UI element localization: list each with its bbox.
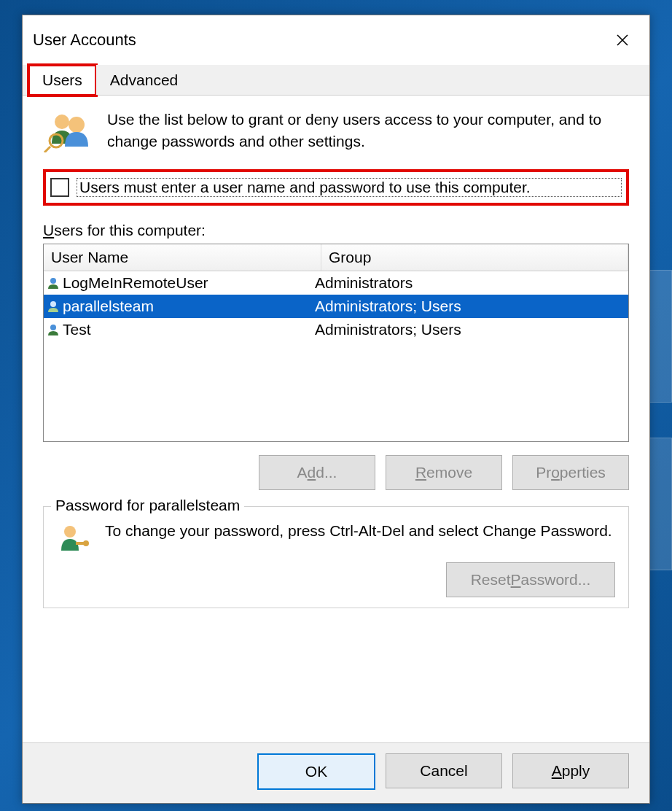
svg-point-6 bbox=[50, 278, 56, 284]
titlebar: User Accounts bbox=[23, 15, 649, 58]
user-buttons-row: Add... Remove Properties bbox=[43, 455, 629, 490]
reset-password-button[interactable]: Reset Password... bbox=[446, 562, 615, 597]
intro-text: Use the list below to grant or deny user… bbox=[107, 109, 629, 153]
user-group: Administrators; Users bbox=[312, 319, 628, 340]
column-header-username[interactable]: User Name bbox=[44, 244, 321, 271]
listview-body: LogMeInRemoteUser Administrators paralle… bbox=[44, 271, 628, 441]
tab-users[interactable]: Users bbox=[28, 65, 96, 96]
user-name: LogMeInRemoteUser bbox=[63, 274, 208, 292]
tab-label: Advanced bbox=[110, 71, 178, 88]
user-group: Administrators; Users bbox=[312, 296, 628, 317]
user-name: parallelsteam bbox=[63, 298, 154, 315]
list-item[interactable]: Test Administrators; Users bbox=[44, 318, 628, 341]
remove-button[interactable]: Remove bbox=[386, 455, 502, 490]
svg-point-8 bbox=[50, 325, 56, 330]
password-groupbox: Password for parallelsteam To change you… bbox=[43, 506, 629, 608]
window-title: User Accounts bbox=[33, 31, 136, 50]
user-icon bbox=[47, 276, 60, 290]
user-group: Administrators bbox=[312, 273, 628, 293]
user-icon bbox=[47, 323, 60, 336]
reset-password-row: Reset Password... bbox=[57, 562, 615, 597]
close-icon bbox=[616, 34, 629, 47]
desktop-tile bbox=[649, 438, 672, 570]
require-password-checkbox-row: Users must enter a user name and passwor… bbox=[43, 169, 629, 206]
user-key-icon bbox=[57, 523, 89, 552]
dialog-buttons-row: OK Cancel Apply bbox=[23, 742, 649, 803]
list-item[interactable]: LogMeInRemoteUser Administrators bbox=[44, 271, 628, 295]
svg-point-7 bbox=[50, 301, 56, 307]
column-header-group[interactable]: Group bbox=[321, 244, 628, 271]
require-password-label[interactable]: Users must enter a user name and passwor… bbox=[77, 178, 622, 197]
password-info-text: To change your password, press Ctrl-Alt-… bbox=[105, 520, 612, 542]
apply-button[interactable]: Apply bbox=[512, 753, 629, 788]
password-group-title: Password for parallelsteam bbox=[51, 497, 244, 514]
user-accounts-dialog: User Accounts Users Advanced Use bbox=[22, 15, 650, 804]
require-password-checkbox[interactable] bbox=[50, 178, 69, 197]
svg-point-9 bbox=[64, 526, 76, 538]
user-icon bbox=[47, 300, 60, 313]
tab-advanced[interactable]: Advanced bbox=[96, 65, 192, 95]
properties-button[interactable]: Properties bbox=[512, 455, 629, 490]
desktop-tile bbox=[649, 270, 672, 403]
ok-button[interactable]: OK bbox=[257, 753, 375, 790]
svg-point-11 bbox=[83, 540, 89, 546]
listview-header: User Name Group bbox=[44, 244, 628, 271]
svg-line-5 bbox=[44, 147, 50, 152]
cancel-button[interactable]: Cancel bbox=[386, 753, 502, 788]
tabs-row: Users Advanced bbox=[23, 65, 649, 96]
svg-point-3 bbox=[69, 117, 85, 133]
list-item[interactable]: parallelsteam Administrators; Users bbox=[44, 295, 628, 318]
add-button[interactable]: Add... bbox=[259, 455, 375, 490]
svg-point-2 bbox=[55, 115, 69, 129]
password-info-row: To change your password, press Ctrl-Alt-… bbox=[57, 520, 615, 552]
tab-label: Users bbox=[42, 71, 82, 88]
users-list-label: Users for this computer: bbox=[43, 222, 629, 239]
close-button[interactable] bbox=[606, 28, 639, 52]
user-name: Test bbox=[63, 321, 91, 338]
intro-row: Use the list below to grant or deny user… bbox=[43, 109, 629, 153]
tab-body: Use the list below to grant or deny user… bbox=[23, 96, 649, 742]
users-listview[interactable]: User Name Group LogMeInRemoteUser Admini… bbox=[43, 244, 629, 442]
users-icon bbox=[43, 109, 94, 152]
